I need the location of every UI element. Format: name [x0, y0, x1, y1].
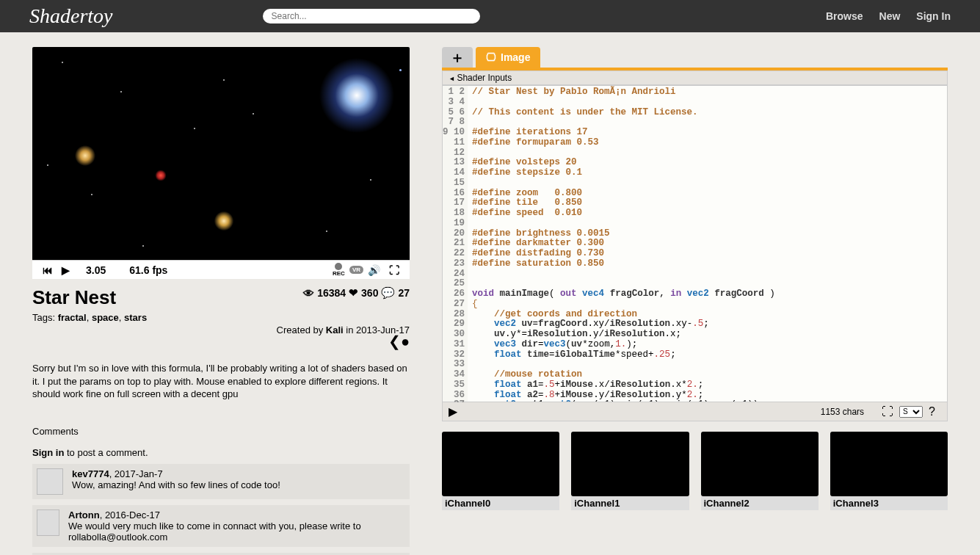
nav-signin[interactable]: Sign In [916, 10, 951, 22]
comment: kev7774, 2017-Jan-7 Wow, amazing! And wi… [32, 464, 410, 499]
playback-fps: 61.6 fps [117, 264, 179, 276]
ichannel1-slot[interactable] [571, 432, 689, 496]
comment-date: 2016-Dec-17 [105, 509, 160, 520]
font-size-select[interactable]: S [899, 406, 923, 418]
compile-button[interactable]: ▶ [449, 405, 463, 418]
comment-body: Wow, amazing! And with so few lines of c… [72, 479, 280, 490]
comments-count: 27 [398, 287, 410, 299]
editor-fullscreen-button[interactable]: ⛶ [876, 405, 899, 418]
vr-button[interactable]: VR [349, 266, 363, 274]
likes-icon: ❤ [349, 286, 358, 300]
ichannel2-slot[interactable] [701, 432, 819, 496]
code-editor[interactable]: 1 2 3 4 5 6 7 8 9 10 11 12 13 14 15 16 1… [442, 85, 948, 402]
top-bar: Shadertoy Browse New Sign In [0, 0, 980, 32]
tag-link[interactable]: space [92, 312, 119, 323]
record-button[interactable]: REC [328, 263, 349, 277]
ichannel2-label: iChannel2 [701, 496, 819, 510]
player-controls: ⏮ ▶ 3.05 61.6 fps REC VR 🔊 ⛶ [32, 260, 410, 279]
tags-row: Tags: fractal, space, stars [32, 312, 410, 323]
author-link[interactable]: Kali [326, 324, 344, 335]
help-button[interactable]: ? [923, 405, 941, 418]
play-button[interactable]: ▶ [57, 264, 74, 276]
add-tab-button[interactable]: ＋ [442, 47, 473, 68]
shader-title: Star Nest [32, 286, 116, 309]
tag-link[interactable]: stars [124, 312, 147, 323]
monitor-icon: 🖵 [486, 51, 496, 63]
editor-footer: ▶ 1153 chars ⛶ S ? [442, 402, 948, 421]
shader-stats: 👁 16384 ❤ 360 💬 27 [303, 286, 410, 300]
nav-browse[interactable]: Browse [826, 10, 863, 22]
ichannel1-label: iChannel1 [571, 496, 689, 510]
avatar[interactable] [37, 468, 63, 495]
char-count: 1153 chars [821, 407, 876, 417]
ichannel3-label: iChannel3 [830, 496, 948, 510]
comment-author[interactable]: Artonn [68, 509, 100, 520]
ichannel0-label: iChannel0 [442, 496, 559, 510]
shader-inputs-toggle[interactable]: Shader Inputs [442, 70, 948, 85]
avatar[interactable] [37, 509, 59, 536]
comment-body: We would very much like to come in conna… [68, 520, 405, 543]
rewind-button[interactable]: ⏮ [38, 264, 57, 276]
logo[interactable]: Shadertoy [29, 4, 131, 28]
tag-link[interactable]: fractal [58, 312, 87, 323]
ichannel0-slot[interactable] [442, 432, 559, 496]
signin-link[interactable]: Sign in [32, 447, 64, 458]
volume-button[interactable]: 🔊 [363, 264, 385, 276]
comments-icon: 💬 [381, 286, 395, 300]
views-icon: 👁 [303, 287, 314, 300]
fullscreen-button[interactable]: ⛶ [385, 264, 404, 276]
comment: pthextract, 2016-Nov-23 Super. And looks… [32, 553, 410, 555]
search-input[interactable] [263, 9, 480, 23]
nav-new[interactable]: New [879, 10, 901, 22]
playback-time: 3.05 [74, 264, 117, 276]
shader-description: Sorry but I'm so in love with this formu… [32, 362, 410, 401]
comment-author[interactable]: kev7774 [72, 468, 109, 479]
signin-prompt: Sign in to post a comment. [32, 447, 410, 458]
tab-image[interactable]: 🖵 Image [476, 47, 540, 68]
shader-preview[interactable] [32, 47, 410, 260]
comment-date: 2017-Jan-7 [115, 468, 163, 479]
comments-heading: Comments [32, 426, 410, 437]
ichannel3-slot[interactable] [830, 432, 948, 496]
views-count: 16384 [317, 287, 346, 299]
likes-count: 360 [361, 287, 378, 299]
comment: Artonn, 2016-Dec-17 We would very much l… [32, 505, 410, 547]
